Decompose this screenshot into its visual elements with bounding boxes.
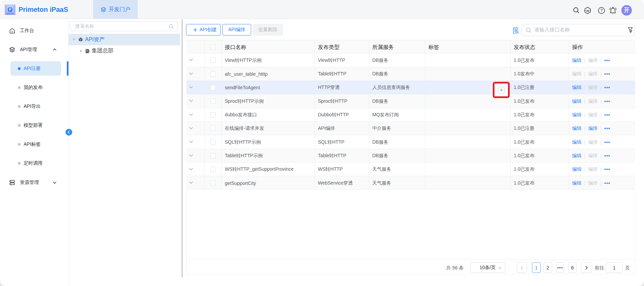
svg-text:?: ? <box>600 8 603 13</box>
svg-text:P: P <box>9 7 11 11</box>
svg-text:AI: AI <box>586 9 589 13</box>
